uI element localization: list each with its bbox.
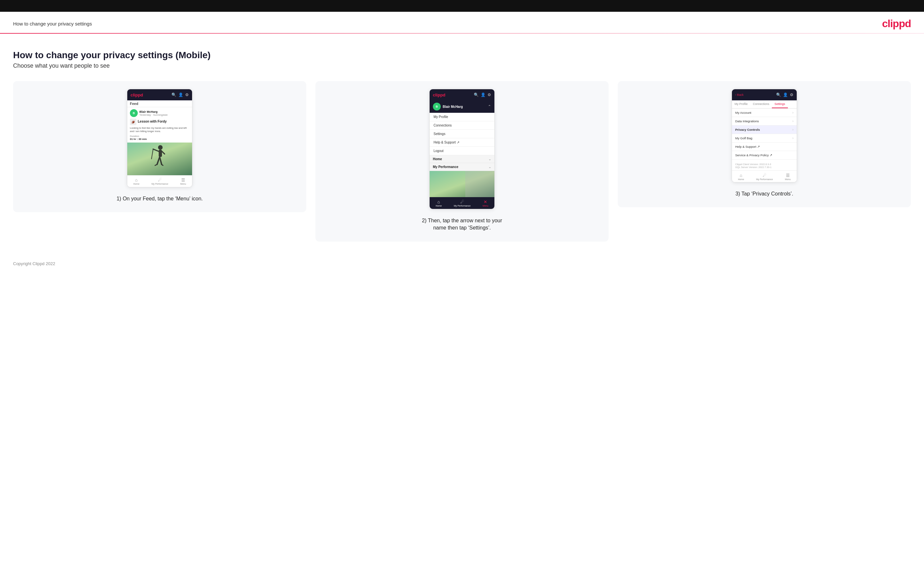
step-3-card: ‹ Back 🔍 👤 ⚙ My Profile Connections Sett… xyxy=(618,81,911,207)
phone-bottom-nav-3: ⌂ Home ☄ My Performance ☰ Menu xyxy=(732,170,797,182)
bottom-menu-2: ✕ Menu xyxy=(483,200,488,207)
tab-myprofile: My Profile xyxy=(732,100,750,108)
menu-section-home-chevron: ⌄ xyxy=(488,157,491,161)
settings-item-helpsupport: Help & Support ↗ xyxy=(732,143,797,151)
settings-version: Clippd Client Version: 2022.8.3-3 GQL Se… xyxy=(732,160,797,170)
feed-label: Feed xyxy=(127,100,192,107)
phone-nav-bar: clippd 🔍 👤 ⚙ xyxy=(127,89,192,100)
menu-icon-3: ☰ xyxy=(786,173,790,178)
menu-item-helpsupport: Help & Support ↗ xyxy=(430,138,494,147)
menu-section-performance-chevron: ⌄ xyxy=(488,165,491,169)
menu-item-label-helpsupport: Help & Support ↗ xyxy=(433,140,459,144)
person-icon-2: 👤 xyxy=(481,92,486,97)
chevron-myaccount: › xyxy=(793,111,793,114)
performance-label-3: My Performance xyxy=(756,178,773,181)
feed-lesson-title: Lesson with Fordy xyxy=(138,120,166,123)
menu-user-left: B Blair McHarg xyxy=(433,103,463,111)
breadcrumb: How to change your privacy settings xyxy=(13,21,92,26)
settings-item-label-privacycontrols: Privacy Controls xyxy=(735,128,760,131)
avatar: B xyxy=(130,109,138,117)
header: How to change your privacy settings clip… xyxy=(0,12,924,33)
duration-val: 01 hr : 30 min xyxy=(130,138,189,140)
phone-nav-icons-2: 🔍 👤 ⚙ xyxy=(474,92,491,97)
phone-nav-icons-3: 🔍 👤 ⚙ xyxy=(776,92,793,97)
menu-section-performance-label: My Performance xyxy=(433,165,459,169)
menu-chevron-up: ⌃ xyxy=(488,104,491,109)
feed-post: B Blair McHarg Yesterday · Sunningdale 🏈… xyxy=(127,107,192,143)
menu-section-performance: My Performance ⌄ xyxy=(430,163,494,171)
close-icon: ✕ xyxy=(484,200,487,204)
menu-label: Menu xyxy=(180,183,186,185)
menu-user-name: Blair McHarg xyxy=(443,105,463,108)
home-label-2: Home xyxy=(436,205,442,207)
settings-item-label-helpsupport3: Help & Support ↗ xyxy=(735,145,760,148)
menu-user-row: B Blair McHarg ⌃ xyxy=(430,100,494,113)
step-1-phone: clippd 🔍 👤 ⚙ Feed B Blair McHarg xyxy=(127,89,192,187)
person-icon: 👤 xyxy=(178,92,183,97)
tab-connections: Connections xyxy=(750,100,772,108)
home-label: Home xyxy=(133,183,139,185)
bottom-home-3: ⌂ Home xyxy=(738,173,744,181)
svg-line-3 xyxy=(162,152,165,154)
home-icon-2: ⌂ xyxy=(438,200,440,204)
menu-avatar: B xyxy=(433,103,441,111)
svg-line-5 xyxy=(157,157,160,164)
settings-item-label-mygolfbag: My Golf Bag xyxy=(735,136,752,140)
menu-overlay: B Blair McHarg ⌃ My Profile Connections … xyxy=(430,100,494,197)
menu-section-home: Home ⌄ xyxy=(430,155,494,163)
bottom-performance: ☄ My Performance xyxy=(152,177,168,185)
settings-item-myaccount: My Account › xyxy=(732,108,797,117)
logo: clippd xyxy=(882,18,911,30)
settings-item-serviceprivacy: Service & Privacy Policy ↗ xyxy=(732,151,797,160)
settings-icon-2: ⚙ xyxy=(488,92,491,97)
home-icon: ⌂ xyxy=(135,177,138,182)
chevron-privacycontrols: › xyxy=(793,128,793,131)
bottom-menu: ☰ Menu xyxy=(180,177,186,185)
page-title: How to change your privacy settings (Mob… xyxy=(13,50,911,60)
svg-line-7 xyxy=(155,164,157,165)
steps-row: clippd 🔍 👤 ⚙ Feed B Blair McHarg xyxy=(13,81,911,242)
top-bar xyxy=(0,0,924,12)
phone-nav-bar-2: clippd 🔍 👤 ⚙ xyxy=(430,89,494,100)
version1: Clippd Client Version: 2022.8.3-3 xyxy=(735,163,793,166)
settings-item-privacycontrols: Privacy Controls › xyxy=(732,126,797,134)
menu-item-label-logout: Logout xyxy=(433,149,444,153)
back-button: ‹ Back xyxy=(735,93,744,97)
version2: GQL Server Version: 2022.7.30-1 xyxy=(735,166,793,169)
svg-line-2 xyxy=(153,149,159,152)
menu-item-label-connections: Connections xyxy=(433,124,452,127)
feed-user-row: B Blair McHarg Yesterday · Sunningdale xyxy=(130,109,189,117)
menu-icon: ☰ xyxy=(181,177,185,182)
svg-line-8 xyxy=(162,164,163,165)
svg-point-0 xyxy=(158,145,163,150)
performance-label-2: My Performance xyxy=(454,205,470,207)
performance-icon-2: ☄ xyxy=(460,200,464,204)
performance-icon: ☄ xyxy=(158,177,162,182)
copyright: Copyright Clippd 2022 xyxy=(13,261,55,266)
step-1-card: clippd 🔍 👤 ⚙ Feed B Blair McHarg xyxy=(13,81,306,212)
feed-user-sub: Yesterday · Sunningdale xyxy=(139,113,168,116)
menu-label-3: Menu xyxy=(785,178,791,181)
person-icon-3: 👤 xyxy=(783,92,788,97)
step-2-phone: clippd 🔍 👤 ⚙ B Blair McHarg xyxy=(429,89,495,209)
header-divider xyxy=(0,33,924,34)
performance-icon-3: ☄ xyxy=(763,173,767,178)
bottom-home-2: ⌂ Home xyxy=(436,200,442,207)
feed-bg-hint xyxy=(430,171,494,197)
search-icon: 🔍 xyxy=(171,92,176,97)
feed-user-info: Blair McHarg Yesterday · Sunningdale xyxy=(139,110,168,116)
feed-lesson-row: 🏈 Lesson with Fordy xyxy=(130,119,189,125)
main-content: How to change your privacy settings (Mob… xyxy=(0,44,924,255)
settings-icon: ⚙ xyxy=(185,92,189,97)
duration-label: Duration xyxy=(130,135,189,138)
settings-item-label-serviceprivacy: Service & Privacy Policy ↗ xyxy=(735,153,772,157)
footer: Copyright Clippd 2022 xyxy=(0,255,924,272)
step-2-caption: 2) Then, tap the arrow next to yourname … xyxy=(422,217,502,232)
bottom-menu-3: ☰ Menu xyxy=(785,173,791,181)
chevron-dataintegrations: › xyxy=(793,119,793,123)
bottom-home: ⌂ Home xyxy=(133,177,139,185)
feed-desc: Looking to feel like my hands are exitin… xyxy=(130,127,189,133)
search-icon-3: 🔍 xyxy=(776,92,781,97)
step-3-caption: 3) Tap ‘Privacy Controls’. xyxy=(735,190,793,197)
bottom-performance-2: ☄ My Performance xyxy=(454,200,470,207)
